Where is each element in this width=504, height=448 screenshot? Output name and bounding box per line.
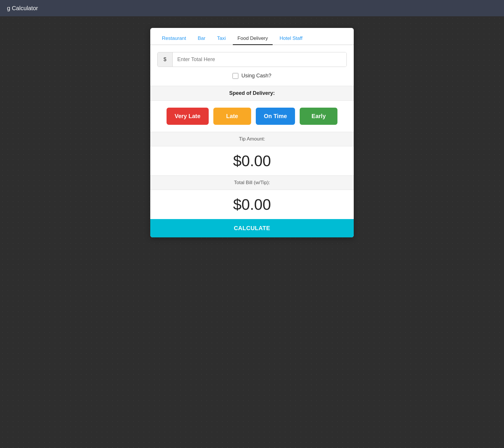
speed-btn-early[interactable]: Early (300, 108, 337, 125)
speed-btn-on-time[interactable]: On Time (256, 108, 295, 125)
tip-amount-value: $0.00 (150, 146, 354, 175)
cash-checkbox[interactable] (233, 73, 238, 79)
tab-bar: Restaurant Bar Taxi Food Delivery Hotel … (150, 28, 354, 45)
calculate-btn-row: CALCULATE (150, 219, 354, 237)
total-input-group: $ (157, 52, 347, 67)
tip-amount-label: Tip Amount: (239, 136, 265, 142)
tab-bar[interactable]: Bar (193, 33, 210, 45)
speed-btn-late[interactable]: Late (213, 108, 251, 125)
dollar-prefix: $ (158, 52, 173, 67)
speed-section-header: Speed of Delivery: (150, 86, 354, 101)
total-bill-label: Total Bill (w/Tip): (234, 180, 270, 185)
calculate-button[interactable]: CALCULATE (150, 219, 354, 237)
top-bar: g Calculator (0, 0, 504, 16)
app-title: g Calculator (7, 5, 38, 12)
cash-checkbox-row: Using Cash? (157, 73, 347, 79)
total-bill-section: Total Bill (w/Tip): $0.00 (150, 175, 354, 219)
total-bill-label-row: Total Bill (w/Tip): (150, 176, 354, 190)
main-card: Restaurant Bar Taxi Food Delivery Hotel … (150, 28, 354, 237)
tab-taxi[interactable]: Taxi (212, 33, 230, 45)
speed-buttons-container: Very Late Late On Time Early (150, 101, 354, 132)
tab-food-delivery[interactable]: Food Delivery (233, 33, 273, 45)
tab-hotel-staff[interactable]: Hotel Staff (275, 33, 307, 45)
speed-title: Speed of Delivery: (150, 90, 354, 96)
tip-amount-label-row: Tip Amount: (150, 132, 354, 146)
total-bill-value: $0.00 (150, 190, 354, 219)
tip-amount-section: Tip Amount: $0.00 (150, 132, 354, 175)
cash-checkbox-label: Using Cash? (241, 73, 271, 79)
speed-btn-very-late[interactable]: Very Late (167, 108, 209, 125)
tab-restaurant[interactable]: Restaurant (157, 33, 191, 45)
card-body: $ Using Cash? (150, 45, 354, 79)
total-input[interactable] (173, 52, 346, 67)
